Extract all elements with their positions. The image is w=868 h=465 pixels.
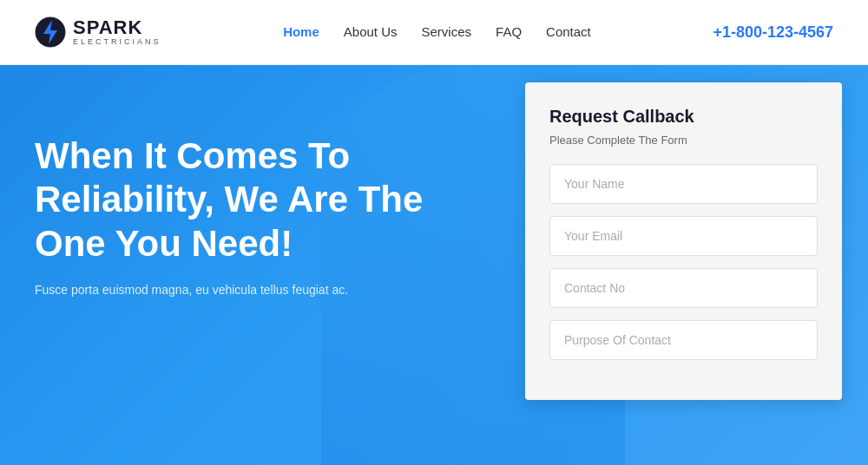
hero-subtext: Fusce porta euismod magna, eu vehicula t…	[35, 283, 469, 297]
your-email-input[interactable]	[549, 216, 818, 256]
phone-number[interactable]: +1-800-123-4567	[713, 23, 833, 42]
your-name-input[interactable]	[549, 164, 818, 204]
logo-icon	[35, 16, 66, 48]
hero-content: When It Comes To Reliability, We Are The…	[35, 134, 469, 297]
nav-item-contact[interactable]: Contact	[546, 24, 591, 40]
nav-item-faq[interactable]: FAQ	[496, 24, 522, 40]
nav-item-about[interactable]: About Us	[344, 24, 398, 40]
purpose-of-contact-input[interactable]	[549, 320, 818, 360]
callback-form-card: Request Callback Please Complete The For…	[525, 82, 842, 400]
nav-item-home[interactable]: Home	[283, 24, 319, 40]
nav-link-services[interactable]: Services	[422, 24, 472, 39]
nav-item-services[interactable]: Services	[422, 24, 472, 40]
hero-section: When It Comes To Reliability, We Are The…	[0, 65, 868, 465]
navbar: SPARK ELECTRICIANS Home About Us Service…	[0, 0, 868, 65]
contact-no-input[interactable]	[549, 268, 818, 308]
logo-name: SPARK	[73, 17, 161, 38]
nav-link-contact[interactable]: Contact	[546, 24, 591, 39]
logo: SPARK ELECTRICIANS	[35, 16, 161, 48]
nav-link-about[interactable]: About Us	[344, 24, 398, 39]
logo-sub: ELECTRICIANS	[73, 38, 161, 47]
nav-link-faq[interactable]: FAQ	[496, 24, 522, 39]
nav-links: Home About Us Services FAQ Contact	[283, 24, 591, 40]
form-subtitle: Please Complete The Form	[549, 134, 818, 147]
form-title: Request Callback	[549, 107, 818, 127]
hero-headline: When It Comes To Reliability, We Are The…	[35, 134, 469, 265]
nav-link-home[interactable]: Home	[283, 24, 319, 39]
